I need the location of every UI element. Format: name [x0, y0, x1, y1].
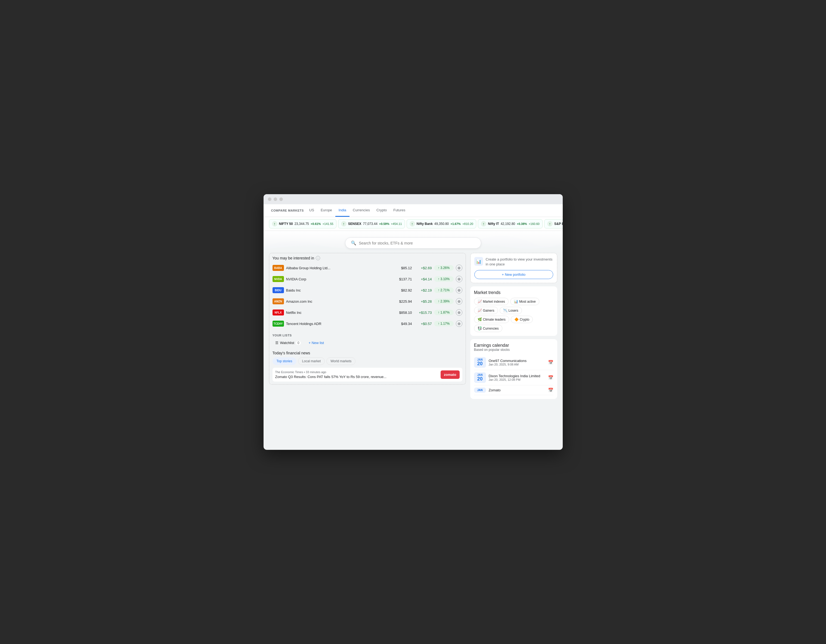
currencies-label: Currencies — [483, 327, 499, 331]
earnings-subtitle: Based on popular stocks — [474, 348, 553, 352]
news-tab-local-market[interactable]: Local market — [298, 357, 325, 365]
news-source: The Economic Times — [275, 371, 303, 374]
stock-row-tcehy[interactable]: TCEHY Tencent Holdings ADR $49.34 +$0.57… — [273, 318, 463, 329]
earnings-date: JAN 20 — [474, 357, 486, 368]
portfolio-icon: 📊 — [474, 257, 483, 266]
trend-tag-gainers[interactable]: 📈 Gainers — [474, 307, 498, 314]
ticker-pct-sensex: +0.59% — [379, 222, 390, 225]
stock-row-bidu[interactable]: BIDU Baidu Inc $82.92 +$2.19 ↑ 2.71% ⊕ — [273, 285, 463, 296]
maximize-dot — [279, 197, 283, 201]
currencies-icon: 💱 — [478, 326, 482, 331]
earnings-row-2[interactable]: JAN Zomato 📅 — [474, 385, 553, 395]
ticker-bar: ↑ NIFTY 50 23,344.75 +0.61% +141.55 ↑ SE… — [264, 217, 563, 231]
add-stock-button[interactable]: ⊕ — [456, 309, 463, 316]
ticker-name-sensex: SENSEX — [348, 222, 362, 226]
add-stock-button[interactable]: ⊕ — [456, 287, 463, 293]
nav-item-india[interactable]: India — [335, 204, 349, 217]
ticker-niftybank[interactable]: ↑ Nifty Bank 49,350.80 +1.67% +810.20 — [407, 219, 476, 228]
ticker-bse-smallcap[interactable]: ↑ S&P BSE SmallCap 52,739.01 +0.82% +427… — [544, 219, 563, 228]
gainers-label: Gainers — [483, 309, 494, 312]
stock-row-nvda[interactable]: NVDA NVIDIA Corp $137.71 +$4.14 ↑ 3.10% … — [273, 273, 463, 285]
stock-name: Tencent Holdings ADR — [286, 322, 391, 326]
ticker-sensex[interactable]: ↑ SENSEX 77,073.44 +0.59% +454.11 — [338, 219, 405, 228]
earnings-company-name: Dixon Technologies India Limited — [489, 374, 545, 378]
search-bar[interactable]: 🔍 — [345, 237, 481, 248]
add-stock-button[interactable]: ⊕ — [456, 276, 463, 282]
news-preview-card: The Economic Times • 33 minutes ago Zoma… — [273, 368, 463, 382]
stock-price: $225.94 — [393, 299, 412, 304]
trend-tag-market-indexes[interactable]: 📈 Market indexes — [474, 298, 509, 305]
stock-row-nflx[interactable]: NFLX Netflix Inc $858.10 +$15.73 ↑ 1.87%… — [273, 307, 463, 318]
add-stock-button[interactable]: ⊕ — [456, 265, 463, 271]
nav-item-crypto[interactable]: Crypto — [373, 204, 390, 217]
news-tab-world-markets[interactable]: World markets — [326, 357, 356, 365]
new-list-button[interactable]: + New list — [306, 339, 327, 346]
earnings-date: JAN — [474, 388, 486, 393]
info-icon[interactable]: i — [316, 256, 320, 260]
stock-price: $137.71 — [393, 277, 412, 281]
ticker-pct-niftybank: +1.67% — [450, 222, 461, 225]
ticker-abs-niftyit: +160.60 — [529, 222, 540, 225]
stock-pct: ↑ 3.10% — [434, 276, 454, 282]
crypto-icon: 🔶 — [514, 317, 519, 321]
nav-item-currencies[interactable]: Currencies — [349, 204, 373, 217]
watchlist-box[interactable]: ☰ Watchlist 0 — [273, 339, 304, 346]
close-dot — [268, 197, 272, 201]
portfolio-header: 📊 Create a portfolio to view your invest… — [474, 257, 553, 267]
stock-badge: NFLX — [273, 309, 284, 315]
portfolio-description: Create a portfolio to view your investme… — [486, 257, 553, 267]
list-icon: ☰ — [275, 341, 278, 345]
losers-icon: 📉 — [503, 309, 508, 312]
market-trends-card: Market trends 📈 Market indexes 📊 Most ac… — [470, 286, 557, 336]
news-tab-top-stories[interactable]: Top stories — [273, 357, 297, 365]
news-tabs: Top stories Local market World markets — [273, 357, 463, 365]
ticker-arrow-niftybank: ↑ — [410, 221, 415, 227]
stock-pct: ↑ 2.71% — [434, 287, 454, 293]
stock-badge: TCEHY — [273, 321, 284, 327]
earnings-row-0[interactable]: JAN 20 One97 Communications Jan 20, 2025… — [474, 355, 553, 370]
trend-tag-currencies[interactable]: 💱 Currencies — [474, 325, 502, 332]
earnings-company: Dixon Technologies India Limited Jan 20,… — [489, 374, 545, 381]
trend-tag-climate-leaders[interactable]: 🌿 Climate leaders — [474, 316, 509, 323]
stock-pct: ↑ 1.17% — [434, 321, 454, 326]
watchlist-count: 0 — [296, 341, 301, 345]
trend-tag-most-active[interactable]: 📊 Most active — [510, 298, 539, 305]
trend-tag-crypto[interactable]: 🔶 Crypto — [511, 316, 533, 323]
stock-change: +$2.19 — [414, 288, 432, 292]
main-content: You may be interested in i BABA Alibaba … — [264, 253, 563, 407]
earnings-month: JAN — [476, 389, 484, 392]
stock-change: +$5.28 — [414, 299, 432, 304]
new-portfolio-button[interactable]: + New portfolio — [474, 270, 553, 279]
search-input[interactable] — [359, 241, 475, 245]
ticker-arrow-niftyit: ↑ — [481, 221, 486, 227]
stock-row-baba[interactable]: BABA Alibaba Group Holding Ltd... $85.12… — [273, 262, 463, 273]
earnings-row-1[interactable]: JAN 20 Dixon Technologies India Limited … — [474, 370, 553, 385]
add-stock-button[interactable]: ⊕ — [456, 298, 463, 304]
left-panel: You may be interested in i BABA Alibaba … — [269, 253, 470, 402]
earnings-day: 20 — [476, 376, 484, 382]
most-active-label: Most active — [519, 300, 536, 304]
section-interested-title: You may be interested in i — [273, 256, 463, 260]
earnings-time: Jan 20, 2025, 12:08 PM — [489, 378, 545, 381]
nav-item-us[interactable]: US — [306, 204, 317, 217]
ticker-name-bse: S&P BSE SmallCap — [554, 222, 563, 226]
gainers-icon: 📈 — [478, 309, 482, 312]
news-headline: Zomato Q3 Results: Cons PAT falls 57% Yo… — [275, 375, 438, 379]
trend-tags: 📈 Market indexes 📊 Most active 📈 Gainers… — [474, 298, 553, 332]
stock-row-amzn[interactable]: AMZN Amazon.com Inc $225.94 +$5.28 ↑ 2.3… — [273, 296, 463, 307]
earnings-company-name: Zomato — [489, 388, 545, 392]
add-stock-button[interactable]: ⊕ — [456, 320, 463, 327]
stock-pct: ↑ 3.26% — [434, 265, 454, 271]
nav-item-futures[interactable]: Futures — [390, 204, 408, 217]
ticker-niftyit[interactable]: ↑ Nifty IT 42,192.80 +0.38% +160.60 — [478, 219, 543, 228]
ticker-nifty50[interactable]: ↑ NIFTY 50 23,344.75 +0.61% +141.55 — [269, 219, 337, 228]
stock-name: NVIDIA Corp — [286, 277, 391, 281]
news-logo: zomato — [441, 371, 460, 379]
ticker-price-sensex: 77,073.44 — [363, 222, 377, 226]
market-trends-title: Market trends — [474, 290, 553, 295]
nav-item-europe[interactable]: Europe — [317, 204, 335, 217]
trend-tag-losers[interactable]: 📉 Losers — [500, 307, 522, 314]
hero-section: 🔍 — [264, 231, 563, 253]
compare-markets-label: COMPARE MARKETS — [269, 205, 306, 216]
earnings-time: Jan 20, 2025, 9:08 AM — [489, 363, 545, 366]
